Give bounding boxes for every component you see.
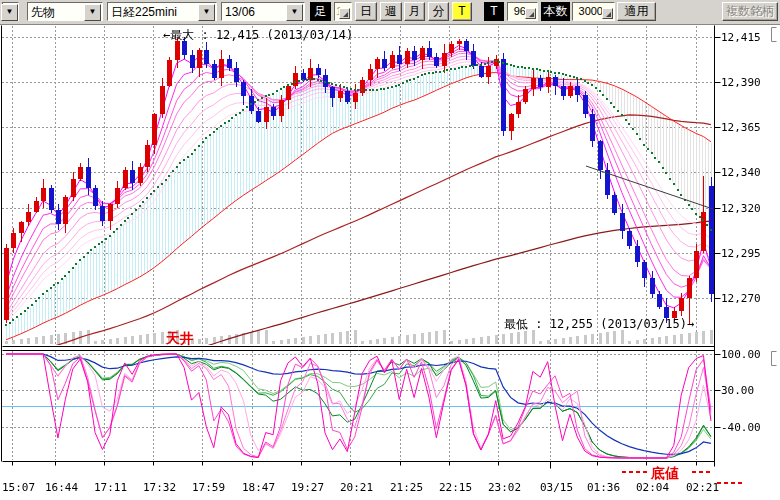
price-axis-label: 12,415	[721, 31, 761, 44]
time-axis-label: 21:25	[390, 481, 423, 494]
chart-application-window: ▼ 先物 ▼ 日経225mini ▼ 13/06 ▼ 足 1 日 週 月 分 T…	[0, 0, 780, 500]
time-axis-label: 20:21	[340, 481, 373, 494]
time-axis-label: 03/15	[540, 481, 573, 494]
min-annotation: 最低 : 12,255 (2013/03/15)→	[504, 316, 694, 333]
time-axis-label: 01:36	[587, 481, 620, 494]
time-axis-label: 15:07	[2, 481, 35, 494]
price-axis-label: 12,365	[721, 121, 761, 134]
time-axis-label: 23:02	[488, 481, 521, 494]
time-axis-label: 16:44	[45, 481, 78, 494]
oscillator-axis-label: 100.00	[721, 348, 761, 361]
time-axis-label: 17:11	[94, 481, 127, 494]
time-axis-label: 02:21	[686, 481, 719, 494]
time-axis-label: 17:59	[192, 481, 225, 494]
max-annotation: ←最大 : 12,415 (2013/03/14)	[163, 27, 353, 44]
price-axis-label: 12,390	[721, 76, 761, 89]
time-axis-label: 17:32	[143, 481, 176, 494]
price-chart-canvas[interactable]	[0, 0, 780, 500]
price-axis-label: 12,320	[721, 202, 761, 215]
price-axis-label: 12,270	[721, 292, 761, 305]
ceiling-label: 天井	[166, 330, 194, 348]
price-axis-label: 12,295	[721, 247, 761, 260]
time-axis-label: 22:15	[439, 481, 472, 494]
time-axis-label: 19:27	[291, 481, 324, 494]
oscillator-axis-label: 30.00	[721, 384, 754, 397]
time-axis-label: 18:47	[242, 481, 275, 494]
oscillator-axis-label: -40.00	[721, 421, 761, 434]
price-axis-label: 12,340	[721, 166, 761, 179]
time-axis-label: 02:04	[636, 481, 669, 494]
